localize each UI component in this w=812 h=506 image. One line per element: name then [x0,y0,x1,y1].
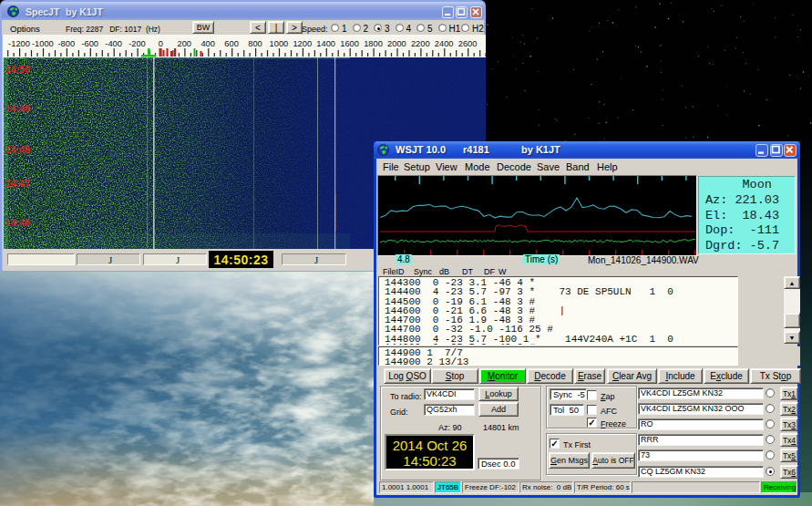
svg-text:-400: -400 [105,39,122,48]
svg-text:-1000: -1000 [32,39,54,48]
svg-text:1000: 1000 [270,39,289,48]
svg-text:2600: 2600 [458,39,478,48]
svg-text:1400: 1400 [316,39,335,48]
svg-text:200: 200 [178,39,192,48]
svg-text:1600: 1600 [340,39,359,48]
svg-text:1800: 1800 [364,39,383,48]
svg-text:0: 0 [159,39,163,48]
svg-text:2000: 2000 [387,39,406,48]
svg-text:600: 600 [224,39,239,48]
svg-text:-800: -800 [57,39,75,48]
svg-text:-200: -200 [128,39,146,48]
svg-text:-600: -600 [81,39,98,48]
svg-text:400: 400 [200,39,215,48]
svg-text:2400: 2400 [435,39,454,48]
svg-text:1200: 1200 [293,39,312,48]
svg-text:-1200: -1200 [8,39,30,48]
svg-text:2200: 2200 [411,39,430,48]
svg-text:800: 800 [248,39,262,48]
